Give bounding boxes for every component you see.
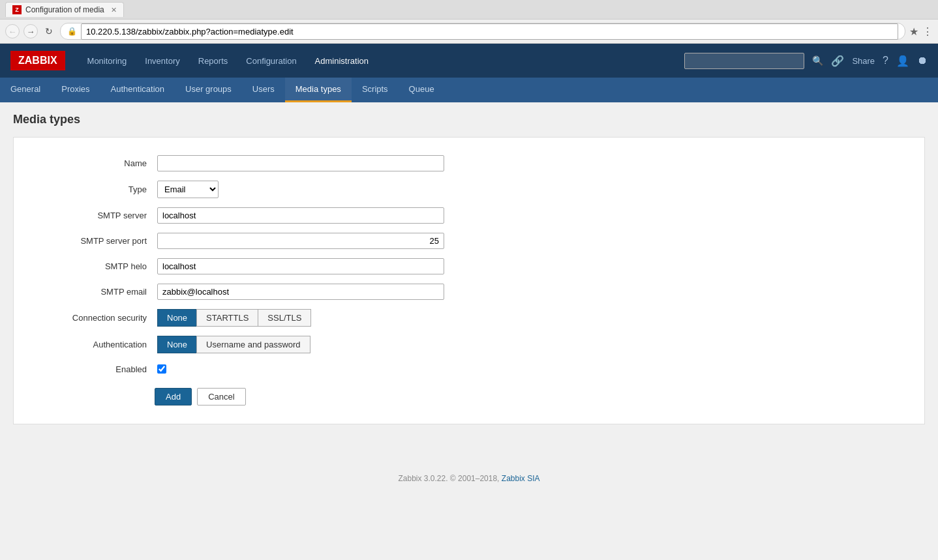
smtp-email-input[interactable] — [157, 284, 444, 300]
action-row: Add Cancel — [14, 380, 924, 411]
authentication-row: Authentication None Username and passwor… — [14, 331, 924, 358]
smtp-server-input[interactable] — [157, 207, 444, 224]
address-bar: 🔒 — [60, 23, 905, 40]
header-right: 🔍 🔗 Share ? 👤 ⏺ — [684, 53, 928, 69]
name-row: Name — [14, 151, 924, 176]
smtp-helo-label: SMTP helo — [27, 261, 157, 271]
add-button[interactable]: Add — [155, 388, 192, 405]
sub-nav: General Proxies Authentication User grou… — [0, 78, 938, 102]
search-icon[interactable]: 🔍 — [812, 55, 823, 66]
footer-text: Zabbix 3.0.22. © 2001–2018, — [398, 474, 499, 483]
smtp-server-row: SMTP server — [14, 203, 924, 228]
smtp-server-control — [157, 207, 444, 224]
authentication-group: None Username and password — [157, 336, 444, 353]
smtp-helo-input[interactable] — [157, 258, 444, 274]
zabbix-logo[interactable]: ZABBIX — [10, 51, 65, 70]
type-select[interactable]: Email SMS Script Jabber Ez Texting — [157, 181, 219, 198]
subnav-queue[interactable]: Queue — [399, 78, 445, 102]
type-label: Type — [27, 184, 157, 194]
subnav-proxies[interactable]: Proxies — [51, 78, 100, 102]
back-button[interactable]: ← — [5, 24, 20, 38]
tab-favicon: Z — [12, 5, 22, 14]
name-label: Name — [27, 158, 157, 168]
authentication-label: Authentication — [27, 340, 157, 349]
main-nav: Monitoring Inventory Reports Configurati… — [78, 44, 378, 78]
subnav-scripts[interactable]: Scripts — [352, 78, 399, 102]
connection-security-row: Connection security None STARTTLS SSL/TL… — [14, 304, 924, 331]
nav-administration[interactable]: Administration — [306, 44, 378, 78]
name-control — [157, 155, 444, 171]
smtp-email-row: SMTP email — [14, 279, 924, 304]
conn-sec-ssltls-btn[interactable]: SSL/TLS — [258, 309, 311, 327]
lock-icon: 🔒 — [67, 27, 77, 36]
subnav-users[interactable]: Users — [242, 78, 285, 102]
enabled-row: Enabled — [14, 358, 924, 380]
type-control: Email SMS Script Jabber Ez Texting — [157, 181, 444, 198]
share-icon[interactable]: 🔗 — [831, 55, 844, 67]
help-icon[interactable]: ? — [883, 55, 888, 66]
connection-security-label: Connection security — [27, 313, 157, 323]
conn-sec-starttls-btn[interactable]: STARTTLS — [196, 309, 258, 327]
subnav-media-types[interactable]: Media types — [285, 78, 352, 102]
enabled-checkbox[interactable] — [157, 364, 166, 374]
user-icon[interactable]: 👤 — [896, 55, 909, 67]
enabled-checkbox-wrap — [157, 364, 444, 374]
browser-titlebar: Z Configuration of media ✕ — [0, 0, 938, 20]
smtp-port-control — [157, 233, 444, 249]
connection-security-control: None STARTTLS SSL/TLS — [157, 309, 444, 327]
browser-chrome: Z Configuration of media ✕ ← → ↻ 🔒 ★ ⋮ — [0, 0, 938, 44]
auth-none-btn[interactable]: None — [157, 336, 196, 353]
reload-button[interactable]: ↻ — [42, 24, 56, 38]
footer: Zabbix 3.0.22. © 2001–2018, Zabbix SIA — [0, 461, 938, 496]
subnav-general[interactable]: General — [0, 78, 51, 102]
enabled-control — [157, 364, 444, 374]
nav-reports[interactable]: Reports — [189, 44, 237, 78]
smtp-port-label: SMTP server port — [27, 236, 157, 246]
nav-configuration[interactable]: Configuration — [237, 44, 305, 78]
share-label[interactable]: Share — [852, 56, 875, 66]
header-search-input[interactable] — [684, 53, 804, 69]
forward-button[interactable]: → — [23, 24, 38, 38]
subnav-authentication[interactable]: Authentication — [100, 78, 175, 102]
footer-link[interactable]: Zabbix SIA — [502, 474, 540, 483]
page-content: Media types Name Type Email SMS Script J… — [0, 102, 938, 435]
smtp-helo-control — [157, 258, 444, 274]
type-row: Type Email SMS Script Jabber Ez Texting — [14, 176, 924, 203]
smtp-email-control — [157, 284, 444, 300]
bookmark-icon[interactable]: ★ — [909, 25, 918, 38]
subnav-user-groups[interactable]: User groups — [175, 78, 242, 102]
enabled-label: Enabled — [27, 364, 157, 374]
nav-inventory[interactable]: Inventory — [136, 44, 189, 78]
tab-title: Configuration of media — [25, 5, 104, 14]
menu-icon[interactable]: ⋮ — [922, 25, 933, 38]
connection-security-group: None STARTTLS SSL/TLS — [157, 309, 444, 327]
browser-tab[interactable]: Z Configuration of media ✕ — [5, 2, 124, 17]
smtp-email-label: SMTP email — [27, 287, 157, 297]
smtp-port-input[interactable] — [157, 233, 444, 249]
url-input[interactable] — [81, 23, 898, 40]
auth-userpass-btn[interactable]: Username and password — [196, 336, 310, 353]
nav-monitoring[interactable]: Monitoring — [78, 44, 136, 78]
power-icon[interactable]: ⏺ — [917, 55, 928, 66]
smtp-server-label: SMTP server — [27, 211, 157, 220]
smtp-helo-row: SMTP helo — [14, 254, 924, 279]
page-title: Media types — [13, 113, 925, 126]
app-header: ZABBIX Monitoring Inventory Reports Conf… — [0, 44, 938, 78]
smtp-port-row: SMTP server port — [14, 228, 924, 254]
tab-close-icon[interactable]: ✕ — [111, 6, 117, 14]
media-type-form: Name Type Email SMS Script Jabber Ez Tex… — [13, 137, 925, 424]
name-input[interactable] — [157, 155, 444, 171]
conn-sec-none-btn[interactable]: None — [157, 309, 196, 327]
authentication-control: None Username and password — [157, 336, 444, 353]
cancel-button[interactable]: Cancel — [197, 388, 245, 405]
browser-controls: ← → ↻ 🔒 ★ ⋮ — [0, 20, 938, 43]
